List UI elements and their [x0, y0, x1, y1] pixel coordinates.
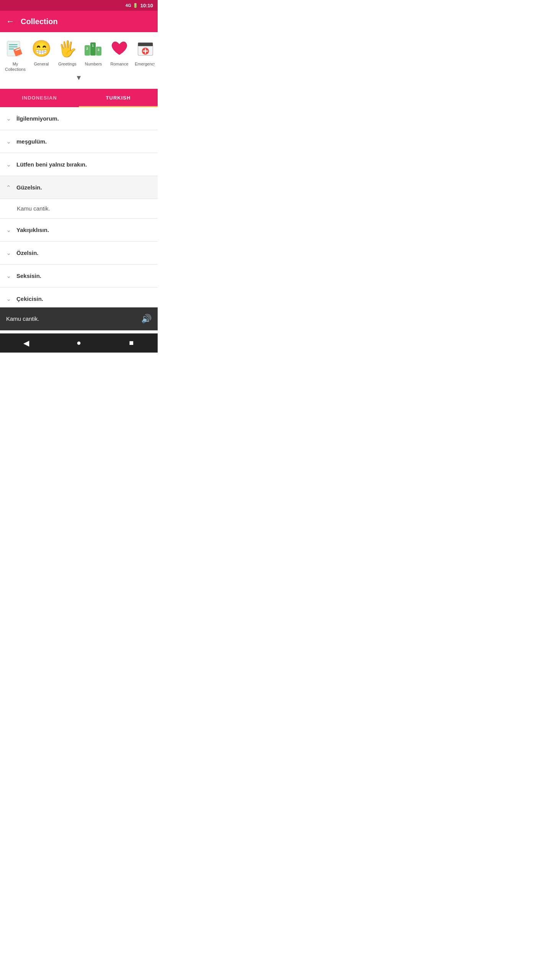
numbers-label: Numbers — [85, 61, 102, 67]
status-time: 10:10 — [140, 3, 153, 8]
nav-home-button[interactable]: ● — [71, 335, 86, 351]
category-romance[interactable]: Romance — [107, 38, 132, 67]
player-text: Kamu cantik. — [6, 315, 39, 322]
chevron-icon: ⌄ — [6, 115, 11, 122]
romance-icon — [109, 38, 130, 59]
phrase-text: Seksisin. — [16, 273, 41, 279]
translation-text: Kamu cantik. — [17, 205, 50, 212]
tab-indonesian[interactable]: INDONESIAN — [0, 89, 79, 107]
categories-row: My Collections 😁 General 🖐️ Greetings — [3, 38, 155, 72]
phrase-text: Özelsin. — [16, 250, 39, 256]
speaker-button[interactable]: 🔊 — [141, 314, 152, 324]
list-item[interactable]: ⌄ İlgilenmiyorum. — [0, 107, 158, 130]
phrase-text: meşgulüm. — [16, 138, 47, 145]
svg-text:3: 3 — [98, 48, 99, 52]
phrase-text: Yakışıklısın. — [16, 227, 49, 233]
category-mycollections[interactable]: My Collections — [3, 38, 28, 72]
nav-back-button[interactable]: ◀ — [19, 335, 34, 351]
numbers-icon: 2 1 3 — [83, 38, 104, 59]
list-item[interactable]: ⌄ Lütfen beni yalnız bırakın. — [0, 153, 158, 176]
categories-section: My Collections 😁 General 🖐️ Greetings — [0, 32, 158, 89]
status-bar: 4G 🔋 10:10 — [0, 0, 158, 11]
toolbar: ← Collection — [0, 11, 158, 32]
category-greetings[interactable]: 🖐️ Greetings — [55, 38, 80, 67]
chevron-icon: ⌄ — [6, 249, 11, 256]
emergency-label: Emergency — [135, 61, 155, 67]
svg-rect-13 — [138, 42, 153, 46]
mycollections-icon — [5, 38, 26, 59]
list-item[interactable]: ⌄ Yakışıklısın. — [0, 219, 158, 242]
list-item-expanded[interactable]: ⌄ Güzelsin. — [0, 176, 158, 199]
romance-label: Romance — [110, 61, 128, 67]
chevron-icon: ⌄ — [6, 138, 11, 145]
category-general[interactable]: 😁 General — [29, 38, 54, 67]
tab-turkish[interactable]: TURKISH — [79, 89, 158, 107]
svg-text:1: 1 — [92, 44, 94, 47]
toolbar-title: Collection — [21, 17, 58, 26]
expand-arrow[interactable]: ▼ — [3, 72, 155, 86]
greetings-icon: 🖐️ — [57, 38, 78, 59]
phrases-list: ⌄ İlgilenmiyorum. ⌄ meşgulüm. ⌄ Lütfen b… — [0, 107, 158, 310]
phrase-text: Güzelsin. — [16, 184, 42, 191]
signal-icon: 4G — [126, 3, 131, 8]
emergency-icon — [135, 38, 155, 59]
svg-text:2: 2 — [86, 47, 88, 51]
chevron-icon: ⌄ — [6, 295, 11, 302]
nav-bar: ◀ ● ■ — [0, 333, 158, 353]
phrase-text: Lütfen beni yalnız bırakın. — [16, 161, 87, 168]
list-item[interactable]: ⌄ Çekicisin. — [0, 287, 158, 310]
status-icons: 4G 🔋 — [126, 3, 138, 8]
chevron-icon: ⌄ — [6, 184, 11, 191]
mycollections-label: My Collections — [3, 61, 28, 72]
chevron-icon: ⌄ — [6, 272, 11, 279]
bottom-player: Kamu cantik. 🔊 — [0, 307, 158, 330]
battery-icon: 🔋 — [133, 3, 138, 8]
category-numbers[interactable]: 2 1 3 Numbers — [81, 38, 106, 67]
general-icon: 😁 — [31, 38, 52, 59]
expansion-row: Kamu cantik. — [0, 199, 158, 219]
list-item[interactable]: ⌄ meşgulüm. — [0, 130, 158, 153]
category-emergency[interactable]: Emergency — [133, 38, 155, 67]
greetings-label: Greetings — [58, 61, 77, 67]
back-button[interactable]: ← — [6, 17, 15, 26]
nav-recents-button[interactable]: ■ — [124, 335, 139, 351]
tabs-bar: INDONESIAN TURKISH — [0, 89, 158, 107]
list-item[interactable]: ⌄ Seksisin. — [0, 265, 158, 287]
chevron-icon: ⌄ — [6, 226, 11, 234]
phrase-text: Çekicisin. — [16, 296, 43, 302]
list-item[interactable]: ⌄ Özelsin. — [0, 242, 158, 265]
phrase-text: İlgilenmiyorum. — [16, 115, 59, 122]
general-label: General — [34, 61, 49, 67]
chevron-icon: ⌄ — [6, 161, 11, 168]
